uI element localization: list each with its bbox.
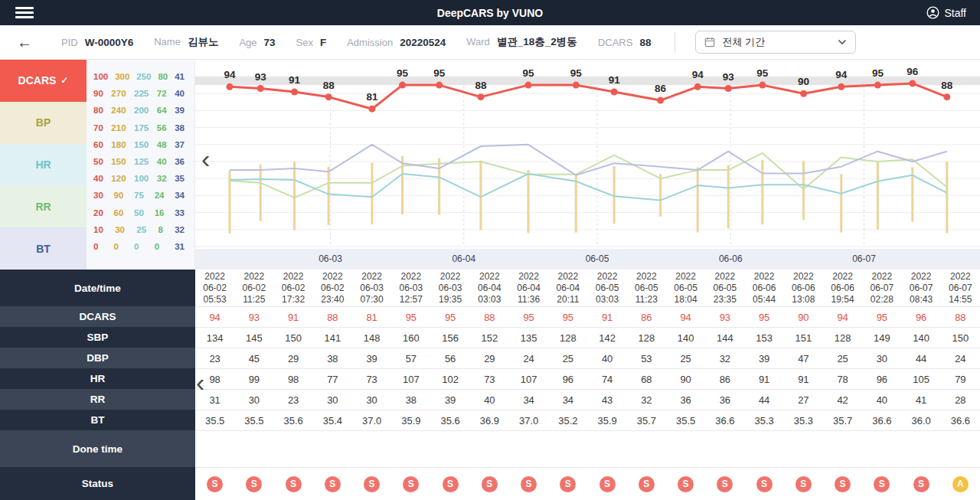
datetime-line: 2022 (558, 271, 579, 283)
param-tab-bp[interactable]: BP (0, 102, 87, 144)
dbp-cell: 56 (431, 348, 470, 368)
period-select-dropdown[interactable]: 전체 기간 (695, 31, 856, 54)
axis-scale-value: 240 (111, 106, 126, 115)
rr-cell: 34 (509, 389, 548, 410)
done-time-cell (195, 430, 234, 467)
hr-line (230, 174, 947, 201)
datetime-line: 06-05 (635, 283, 658, 294)
sbp-cell: 144 (705, 327, 744, 348)
datetime-line: 2022 (518, 271, 539, 283)
datetime-line: 06-06 (753, 283, 776, 294)
user-menu[interactable]: Staff (926, 6, 966, 19)
done-time-cell (431, 430, 470, 467)
dbp-cell: 24 (941, 348, 980, 368)
table-prev-chevron-icon[interactable]: ‹ (196, 369, 204, 395)
datetime-line: 06-03 (400, 283, 423, 294)
bt-cell: 35.6 (274, 410, 313, 430)
hr-cell: 78 (823, 368, 862, 389)
param-tab-bt[interactable]: BT (0, 227, 87, 270)
datetime-line: 02:28 (871, 294, 893, 306)
datetime-line: 2022 (479, 271, 500, 283)
bt-cell: 35.7 (823, 410, 862, 430)
axis-scale-value: 37 (175, 140, 185, 149)
rr-cell: 23 (274, 389, 313, 410)
status-cell: S (823, 467, 862, 500)
dcars-point (874, 82, 881, 89)
dcars-point (909, 80, 916, 87)
chart-prev-chevron-icon[interactable]: ‹ (201, 145, 210, 172)
datetime-cell: 202206-0223:40 (313, 270, 352, 306)
dbp-cell: 23 (195, 348, 234, 368)
datetime-line: 2022 (636, 271, 657, 283)
axis-scale-value: 90 (114, 191, 124, 200)
patient-dcars-score: DCARS 88 (598, 37, 652, 48)
status-badge-s: S (835, 476, 851, 492)
done-time-cell (470, 430, 509, 467)
dcars-point-label: 91 (609, 74, 621, 86)
datetime-line: 11:23 (635, 294, 658, 306)
datetime-line: 05:53 (204, 294, 227, 306)
param-tab-rr[interactable]: RR (0, 185, 87, 227)
chart-section: DCARS✓BPHRRRBT 1003002508041902702257240… (0, 60, 980, 270)
axis-scale-row: 501501254036 (87, 153, 194, 170)
status-cell: S (391, 467, 430, 500)
status-cell: S (705, 467, 744, 500)
dbp-cell: 40 (588, 348, 627, 368)
x-axis-day-label: 06-04 (452, 253, 475, 264)
param-tab-label: BP (36, 116, 51, 129)
status-cell: S (784, 467, 823, 500)
dcars-cell: 91 (274, 306, 313, 327)
datetime-line: 20:11 (557, 294, 579, 306)
bt-cell: 35.2 (548, 410, 587, 430)
dcars-point (257, 85, 264, 92)
bt-cell: 35.3 (784, 410, 823, 430)
datetime-line: 2022 (244, 271, 265, 283)
app-title: DeepCARS by VUNO (0, 7, 980, 19)
dcars-cell: 88 (941, 306, 980, 327)
dcars-point-label: 91 (289, 74, 301, 86)
rr-cell: 41 (902, 389, 941, 410)
datetime-line: 2022 (911, 271, 932, 283)
hr-cell: 91 (745, 368, 784, 389)
status-cell: S (666, 467, 705, 500)
axis-scale-row: 2060501633 (87, 204, 194, 221)
datetime-line: 2022 (283, 271, 304, 283)
bt-cell: 35.5 (234, 410, 273, 430)
dcars-point (838, 83, 844, 90)
status-cell: S (902, 467, 941, 500)
axis-scale-value: 50 (134, 208, 144, 217)
dcars-point-label: 95 (570, 67, 583, 79)
dcars-cell: 94 (823, 306, 862, 327)
row-label-dbp: DBP (0, 348, 195, 368)
dcars-cell: 88 (470, 306, 509, 327)
status-badge-s: S (717, 476, 733, 492)
axis-scale-value: 24 (155, 191, 165, 200)
user-avatar-icon (926, 6, 939, 19)
dbp-cell: 44 (902, 348, 941, 368)
rr-cell: 40 (862, 389, 901, 410)
status-cell: S (313, 467, 352, 500)
back-arrow-icon[interactable]: ← (17, 34, 32, 51)
sbp-cell: 128 (823, 327, 862, 348)
param-tab-hr[interactable]: HR (0, 144, 87, 186)
datetime-cell: 202206-0518:04 (666, 270, 705, 306)
datetime-cell: 202206-0411:36 (509, 270, 548, 306)
bt-cell: 35.4 (313, 410, 352, 430)
dbp-cell: 39 (745, 348, 784, 368)
dbp-cell: 47 (784, 348, 823, 368)
status-badge-s: S (325, 476, 341, 492)
dcars-point (291, 88, 298, 95)
datetime-line: 06-07 (910, 283, 933, 294)
axis-scale-row: 3090752434 (87, 187, 194, 204)
rr-cell: 40 (470, 389, 509, 410)
datetime-cell: 202206-0211:25 (234, 270, 273, 306)
axis-scale-value: 0 (134, 242, 139, 251)
sbp-cell: 160 (391, 327, 430, 348)
datetime-line: 11:36 (518, 294, 540, 306)
table-row-status: StatusSSSSSSSSSSSSSSSSSSSA (0, 467, 980, 500)
dcars-point (325, 93, 332, 100)
param-tab-dcars[interactable]: DCARS✓ (0, 60, 87, 102)
axis-scale-value: 0 (114, 242, 119, 251)
datetime-line: 2022 (793, 271, 814, 283)
divider (675, 31, 675, 53)
